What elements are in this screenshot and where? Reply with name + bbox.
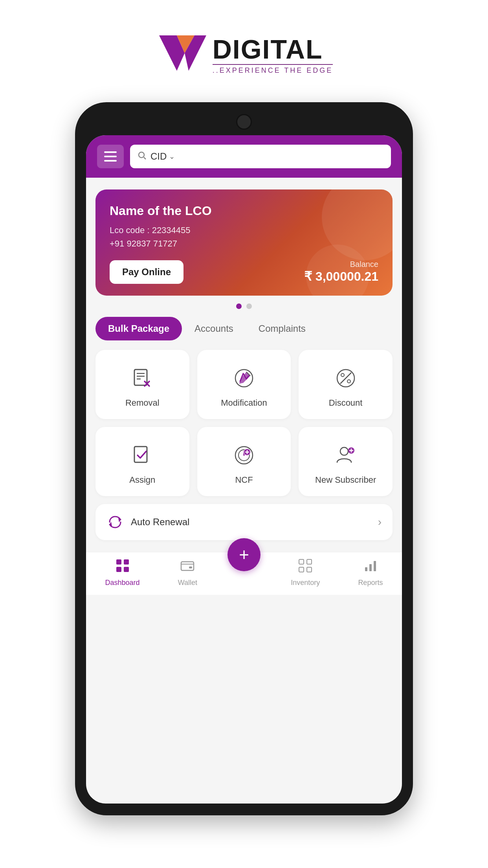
- auto-renewal-label: Auto Renewal: [131, 517, 378, 528]
- logo-text: DIGITAL ..EXPERIENCE THE EDGE: [213, 36, 333, 75]
- search-bar[interactable]: CID ⌄: [130, 145, 391, 168]
- svg-point-11: [341, 373, 344, 377]
- svg-rect-35: [365, 567, 367, 571]
- svg-rect-25: [116, 559, 121, 565]
- nav-inventory[interactable]: Inventory: [283, 559, 328, 587]
- assign-label: Assign: [129, 475, 155, 485]
- svg-rect-33: [299, 567, 304, 572]
- grid-item-ncf[interactable]: NCF: [197, 427, 291, 496]
- logo-tagline: ..EXPERIENCE THE EDGE: [213, 64, 333, 75]
- dot-2[interactable]: [246, 303, 252, 309]
- removal-label: Removal: [125, 398, 160, 408]
- svg-rect-37: [374, 561, 376, 571]
- new-subscriber-label: New Subscriber: [315, 475, 376, 485]
- modification-icon: [230, 364, 258, 392]
- phone-screen: CID ⌄ Name of the LCO Lco code : 2233445…: [86, 135, 402, 804]
- nav-wallet-label: Wallet: [178, 579, 197, 587]
- balance-block: Balance ₹ 3,00000.21: [304, 260, 378, 284]
- discount-label: Discount: [329, 398, 363, 408]
- reports-icon: [363, 559, 378, 576]
- svg-point-21: [340, 447, 348, 455]
- nav-reports-label: Reports: [358, 579, 383, 587]
- lco-code: Lco code : 22334455: [110, 225, 378, 235]
- search-input[interactable]: [179, 151, 384, 162]
- svg-line-1: [144, 157, 146, 159]
- dot-1[interactable]: [236, 303, 242, 309]
- logo-digital-text: DIGITAL: [213, 36, 333, 63]
- v-logo-icon: [155, 31, 206, 79]
- bottom-nav: Dashboard Wallet: [86, 552, 402, 595]
- nav-reports[interactable]: Reports: [350, 559, 391, 587]
- svg-point-0: [139, 152, 144, 158]
- filter-text: CID: [150, 151, 167, 162]
- svg-rect-36: [369, 564, 372, 571]
- new-subscriber-icon: [332, 441, 360, 469]
- lco-name: Name of the LCO: [110, 204, 378, 218]
- fab-button[interactable]: +: [227, 538, 261, 571]
- grid-item-new-subscriber[interactable]: New Subscriber: [299, 427, 393, 496]
- auto-renewal-arrow-icon: ›: [378, 516, 382, 528]
- front-camera: [236, 114, 252, 130]
- dashboard-icon: [116, 559, 130, 576]
- balance-amount: ₹ 3,00000.21: [304, 269, 378, 284]
- logo-area: DIGITAL ..EXPERIENCE THE EDGE: [155, 31, 333, 79]
- renewal-icon: [106, 513, 124, 531]
- balance-label: Balance: [304, 260, 378, 269]
- grid-item-removal[interactable]: Removal: [95, 350, 189, 419]
- nav-dashboard-label: Dashboard: [105, 579, 140, 587]
- svg-line-10: [340, 373, 351, 384]
- ncf-label: NCF: [235, 475, 253, 485]
- svg-rect-26: [124, 559, 129, 565]
- filter-chevron-icon: ⌄: [169, 152, 175, 161]
- removal-icon: [128, 364, 156, 392]
- grid-item-modification[interactable]: Modification: [197, 350, 291, 419]
- search-icon: [137, 151, 147, 162]
- svg-rect-29: [181, 562, 194, 570]
- tab-accounts[interactable]: Accounts: [182, 317, 246, 340]
- tabs-row: Bulk Package Accounts Complaints: [86, 317, 402, 340]
- search-filter-label[interactable]: CID ⌄: [150, 151, 175, 162]
- camera-bar: [86, 114, 402, 130]
- inventory-icon: [298, 559, 312, 576]
- svg-rect-34: [307, 567, 312, 572]
- svg-rect-28: [124, 567, 129, 572]
- pay-online-button[interactable]: Pay Online: [110, 260, 183, 284]
- tab-complaints[interactable]: Complaints: [246, 317, 318, 340]
- carousel-dots: [86, 303, 402, 309]
- svg-point-12: [347, 380, 350, 383]
- modification-label: Modification: [221, 398, 267, 408]
- nav-wallet[interactable]: Wallet: [170, 559, 205, 587]
- svg-rect-13: [134, 447, 147, 462]
- lco-phone: +91 92837 71727: [110, 239, 378, 249]
- svg-rect-27: [116, 567, 121, 572]
- lco-card: Name of the LCO Lco code : 22334455 +91 …: [95, 189, 393, 296]
- discount-icon: [332, 364, 360, 392]
- phone-shell: CID ⌄ Name of the LCO Lco code : 2233445…: [75, 102, 413, 815]
- tab-bulk-package[interactable]: Bulk Package: [95, 317, 182, 340]
- wallet-icon: [180, 559, 194, 576]
- nav-inventory-label: Inventory: [291, 579, 320, 587]
- auto-renewal-row[interactable]: Auto Renewal ›: [95, 504, 393, 540]
- grid-row-2: Assign NCF: [86, 427, 402, 496]
- grid-item-discount[interactable]: Discount: [299, 350, 393, 419]
- grid-row-1: Removal Modification: [86, 350, 402, 419]
- assign-icon: [128, 441, 156, 469]
- grid-item-assign[interactable]: Assign: [95, 427, 189, 496]
- svg-rect-2: [134, 370, 147, 385]
- hamburger-button[interactable]: [97, 145, 124, 168]
- svg-rect-32: [307, 559, 312, 564]
- nav-dashboard[interactable]: Dashboard: [97, 559, 148, 587]
- svg-rect-30: [189, 566, 192, 568]
- top-bar: CID ⌄: [86, 135, 402, 178]
- svg-rect-31: [299, 559, 304, 564]
- ncf-icon: [230, 441, 258, 469]
